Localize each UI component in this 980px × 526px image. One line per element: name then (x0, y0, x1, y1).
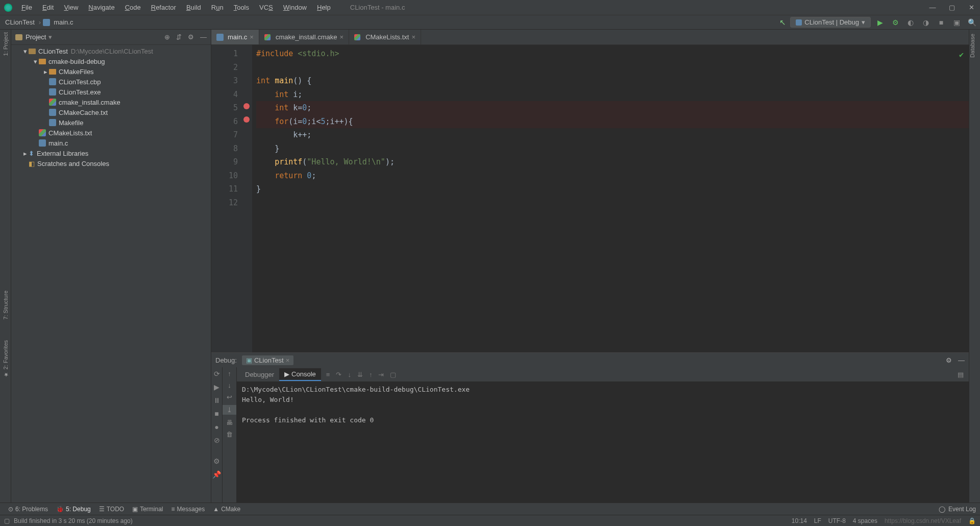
close-icon[interactable]: × (411, 33, 415, 41)
menu-file[interactable]: File (17, 3, 36, 12)
lock-icon[interactable]: 🔒 (968, 517, 976, 524)
close-icon[interactable]: ✕ (967, 4, 976, 11)
run-config-dropdown[interactable]: CLionTest | Debug ▾ (790, 17, 871, 28)
tab-terminal[interactable]: ▣Terminal (128, 506, 167, 513)
editor-body[interactable]: 1234 5678 9101112 #include <stdio.h> int… (211, 45, 969, 352)
menu-build[interactable]: Build (182, 3, 205, 12)
breadcrumb-project[interactable]: CLionTest (3, 18, 37, 26)
gear-icon[interactable]: ⚙ (188, 33, 194, 41)
maximize-icon[interactable]: ▢ (947, 4, 957, 11)
tool-tab-database[interactable]: Database (969, 34, 975, 58)
tree-file-cmakeinstall[interactable]: cmake_install.cmake (11, 97, 211, 107)
menu-code[interactable]: Code (121, 3, 145, 12)
step-out-icon[interactable]: ↑ (369, 371, 373, 378)
evaluate-icon[interactable]: ▢ (390, 371, 396, 378)
profile-icon[interactable]: ◑ (921, 18, 931, 27)
menu-vcs[interactable]: VCS (255, 3, 277, 12)
view-breakpoints-icon[interactable]: ● (214, 423, 218, 431)
tree-file-cbp[interactable]: CLionTest.cbp (11, 77, 211, 87)
build-hammer-icon[interactable]: ↖ (779, 18, 786, 27)
hide-icon[interactable]: — (200, 33, 207, 41)
rerun-icon[interactable]: ⟳ (214, 370, 220, 378)
layout-icon[interactable]: ▤ (958, 371, 964, 378)
coverage-icon[interactable]: ◐ (905, 18, 916, 27)
settings-icon[interactable]: ⚙ (213, 457, 220, 465)
tab-problems[interactable]: ⊙6: Problems (4, 506, 52, 513)
pause-icon[interactable]: ⏸ (213, 396, 220, 404)
pin-icon[interactable]: 📌 (212, 470, 221, 479)
step-over-icon[interactable]: ↷ (336, 371, 341, 378)
file-encoding[interactable]: UTF-8 (828, 517, 846, 524)
menu-view[interactable]: View (60, 3, 82, 12)
tree-external-libraries[interactable]: ▸⬍External Libraries (11, 148, 211, 158)
search-icon[interactable]: 🔍 (967, 18, 977, 27)
tool-tab-structure[interactable]: 7: Structure (3, 291, 9, 320)
project-pane-title[interactable]: Project (26, 33, 46, 41)
menu-navigate[interactable]: Navigate (84, 3, 118, 12)
breakpoint-icon[interactable] (243, 103, 250, 109)
tree-scratches[interactable]: ◧Scratches and Consoles (11, 158, 211, 169)
clear-icon[interactable]: 🗑 (226, 431, 233, 438)
tab-messages[interactable]: ≡Messages (167, 506, 209, 513)
tree-file-cmakecache[interactable]: CMakeCache.txt (11, 107, 211, 117)
tree-file-mainc[interactable]: main.c (11, 138, 211, 148)
mute-breakpoints-icon[interactable]: ⊘ (214, 436, 220, 444)
scroll-to-end-icon[interactable]: ⤓ (223, 405, 236, 415)
breakpoint-icon[interactable] (243, 116, 250, 123)
line-ending[interactable]: LF (814, 517, 821, 524)
menu-help[interactable]: Help (313, 3, 335, 12)
tree-file-makefile[interactable]: Makefile (11, 117, 211, 128)
chevron-down-icon[interactable]: ▾ (48, 33, 52, 41)
console-output[interactable]: D:\Mycode\CLion\CLionTest\cmake-build-de… (237, 381, 969, 503)
tool-tab-favorites[interactable]: ★2: Favorites (2, 340, 9, 378)
tree-file-cmakelists[interactable]: CMakeLists.txt (11, 128, 211, 138)
stop-icon[interactable]: ■ (936, 18, 946, 27)
code-editor[interactable]: #include <stdio.h> int main() { int i; i… (252, 45, 969, 352)
run-to-cursor-icon[interactable]: ⇥ (378, 371, 384, 378)
close-icon[interactable]: × (286, 356, 290, 364)
menu-tools[interactable]: Tools (230, 3, 253, 12)
tool-tab-project[interactable]: 1: Project (3, 32, 9, 56)
analysis-ok-icon[interactable]: ✔ (959, 48, 964, 62)
close-icon[interactable]: × (340, 33, 344, 41)
tab-cmake-install[interactable]: cmake_install.cmake× (259, 30, 349, 44)
breakpoint-gutter[interactable] (242, 45, 252, 352)
tab-cmake[interactable]: ▲CMake (209, 506, 244, 513)
step-icon[interactable]: ≡ (326, 371, 330, 378)
resume-icon[interactable]: ▶ (214, 383, 219, 391)
minimize-icon[interactable]: ― (928, 4, 937, 11)
subtab-console[interactable]: ▶Console (279, 368, 321, 381)
menu-refactor[interactable]: Refactor (147, 3, 180, 12)
tree-root[interactable]: ▾CLionTestD:\Mycode\CLion\CLionTest (11, 46, 211, 56)
tab-cmakelists[interactable]: CMakeLists.txt× (349, 30, 421, 44)
window-icon[interactable]: ▢ (4, 517, 10, 524)
cursor-position[interactable]: 10:14 (792, 517, 807, 524)
soft-wrap-icon[interactable]: ↩ (227, 393, 232, 401)
up-icon[interactable]: ↑ (228, 370, 231, 377)
stop-icon[interactable]: ■ (214, 410, 218, 418)
tab-event-log[interactable]: Event Log (948, 506, 976, 513)
tab-main-c[interactable]: main.c× (211, 30, 259, 44)
debug-icon[interactable]: ⚙ (890, 18, 900, 27)
breadcrumb-file[interactable]: main.c (52, 18, 75, 26)
menu-run[interactable]: Run (207, 3, 228, 12)
gear-icon[interactable]: ⚙ (946, 356, 952, 364)
subtab-debugger[interactable]: Debugger (240, 369, 279, 380)
hide-icon[interactable]: — (958, 356, 965, 364)
tree-cmake-build-debug[interactable]: ▾cmake-build-debug (11, 56, 211, 66)
menu-window[interactable]: Window (279, 3, 311, 12)
collapse-icon[interactable]: ⇵ (176, 33, 182, 41)
menu-edit[interactable]: Edit (38, 3, 58, 12)
debug-tab[interactable]: ▣ CLionTest × (242, 355, 293, 365)
tree-cmakefiles[interactable]: ▸CMakeFiles (11, 66, 211, 77)
locate-icon[interactable]: ⊕ (164, 33, 170, 41)
tab-todo[interactable]: ☰TODO (95, 506, 128, 513)
indent-info[interactable]: 4 spaces (853, 517, 877, 524)
tree-file-exe[interactable]: CLionTest.exe (11, 87, 211, 97)
step-into-icon[interactable]: ↓ (348, 371, 351, 378)
close-icon[interactable]: × (250, 33, 254, 41)
print-icon[interactable]: 🖶 (226, 419, 233, 426)
force-step-icon[interactable]: ⇊ (357, 371, 363, 378)
down-icon[interactable]: ↓ (228, 381, 231, 389)
tab-debug[interactable]: 🐞5: Debug (52, 506, 95, 513)
